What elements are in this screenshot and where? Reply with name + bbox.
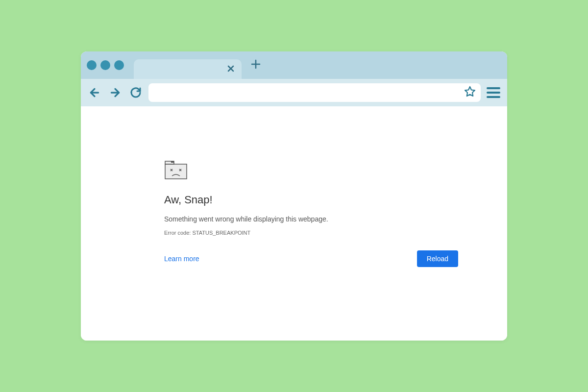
window-controls (87, 60, 124, 70)
browser-window: Aw, Snap! Something went wrong while dis… (81, 51, 507, 341)
browser-tab[interactable] (134, 59, 242, 79)
reload-button[interactable]: Reload (417, 250, 458, 267)
error-title: Aw, Snap! (164, 194, 424, 206)
svg-rect-3 (171, 161, 174, 163)
error-code: Error code: STATUS_BREAKPOINT (164, 230, 424, 236)
url-bar[interactable] (148, 83, 481, 102)
toolbar (81, 79, 507, 106)
close-tab-icon[interactable] (227, 63, 235, 75)
tab-bar (81, 51, 507, 79)
back-button[interactable] (87, 85, 102, 100)
new-tab-icon[interactable] (250, 57, 261, 73)
menu-icon[interactable] (486, 85, 501, 100)
sad-folder-icon (164, 160, 424, 182)
window-dot[interactable] (100, 60, 110, 70)
svg-marker-0 (465, 87, 475, 96)
error-message: Something went wrong while displaying th… (164, 215, 424, 223)
window-dot[interactable] (87, 60, 97, 70)
page-content: Aw, Snap! Something went wrong while dis… (81, 106, 507, 341)
svg-rect-1 (165, 164, 187, 179)
forward-button[interactable] (107, 85, 123, 100)
bookmark-star-icon[interactable] (464, 86, 476, 99)
window-dot[interactable] (114, 60, 124, 70)
reload-icon-button[interactable] (128, 85, 144, 100)
action-row: Learn more Reload (164, 250, 458, 267)
learn-more-link[interactable]: Learn more (164, 255, 199, 263)
